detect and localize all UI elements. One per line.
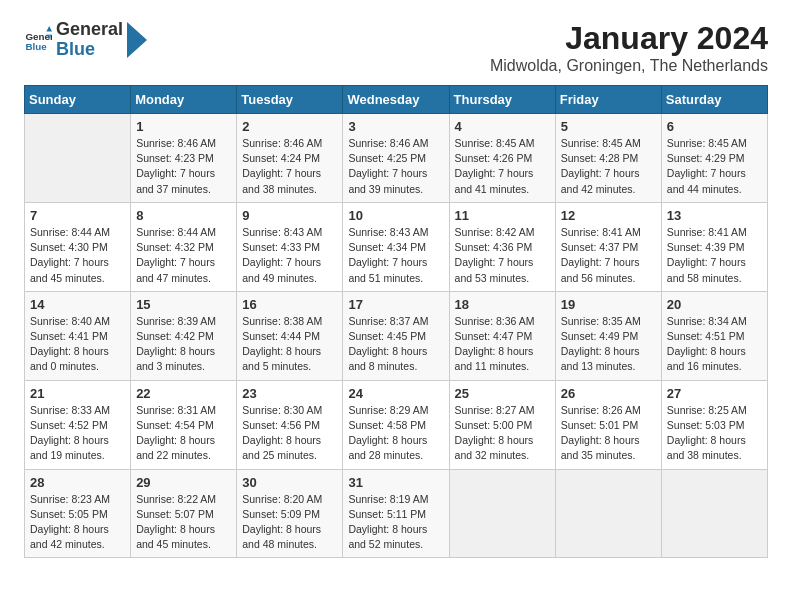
calendar-day-cell: 9Sunrise: 8:43 AM Sunset: 4:33 PM Daylig… xyxy=(237,202,343,291)
day-number: 16 xyxy=(242,297,337,312)
calendar-day-cell: 1Sunrise: 8:46 AM Sunset: 4:23 PM Daylig… xyxy=(131,114,237,203)
day-info: Sunrise: 8:42 AM Sunset: 4:36 PM Dayligh… xyxy=(455,225,550,286)
day-number: 3 xyxy=(348,119,443,134)
day-info: Sunrise: 8:38 AM Sunset: 4:44 PM Dayligh… xyxy=(242,314,337,375)
day-number: 11 xyxy=(455,208,550,223)
day-number: 19 xyxy=(561,297,656,312)
day-number: 28 xyxy=(30,475,125,490)
day-number: 2 xyxy=(242,119,337,134)
day-info: Sunrise: 8:20 AM Sunset: 5:09 PM Dayligh… xyxy=(242,492,337,553)
day-number: 7 xyxy=(30,208,125,223)
day-number: 18 xyxy=(455,297,550,312)
page-subtitle: Midwolda, Groningen, The Netherlands xyxy=(490,57,768,75)
calendar-day-cell: 20Sunrise: 8:34 AM Sunset: 4:51 PM Dayli… xyxy=(661,291,767,380)
day-number: 12 xyxy=(561,208,656,223)
calendar-day-cell: 28Sunrise: 8:23 AM Sunset: 5:05 PM Dayli… xyxy=(25,469,131,558)
calendar-day-cell xyxy=(25,114,131,203)
title-block: January 2024 Midwolda, Groningen, The Ne… xyxy=(490,20,768,75)
calendar-week-row: 28Sunrise: 8:23 AM Sunset: 5:05 PM Dayli… xyxy=(25,469,768,558)
calendar-day-cell xyxy=(555,469,661,558)
day-number: 24 xyxy=(348,386,443,401)
day-number: 23 xyxy=(242,386,337,401)
day-number: 22 xyxy=(136,386,231,401)
svg-text:Blue: Blue xyxy=(25,41,47,52)
day-info: Sunrise: 8:25 AM Sunset: 5:03 PM Dayligh… xyxy=(667,403,762,464)
calendar-day-cell: 17Sunrise: 8:37 AM Sunset: 4:45 PM Dayli… xyxy=(343,291,449,380)
day-number: 13 xyxy=(667,208,762,223)
day-number: 8 xyxy=(136,208,231,223)
day-info: Sunrise: 8:45 AM Sunset: 4:26 PM Dayligh… xyxy=(455,136,550,197)
day-info: Sunrise: 8:27 AM Sunset: 5:00 PM Dayligh… xyxy=(455,403,550,464)
day-number: 10 xyxy=(348,208,443,223)
svg-marker-2 xyxy=(46,26,52,32)
calendar-day-cell: 10Sunrise: 8:43 AM Sunset: 4:34 PM Dayli… xyxy=(343,202,449,291)
day-number: 14 xyxy=(30,297,125,312)
calendar-day-cell: 27Sunrise: 8:25 AM Sunset: 5:03 PM Dayli… xyxy=(661,380,767,469)
day-info: Sunrise: 8:22 AM Sunset: 5:07 PM Dayligh… xyxy=(136,492,231,553)
logo-icon: General Blue xyxy=(24,26,52,54)
calendar-day-cell: 2Sunrise: 8:46 AM Sunset: 4:24 PM Daylig… xyxy=(237,114,343,203)
day-info: Sunrise: 8:43 AM Sunset: 4:33 PM Dayligh… xyxy=(242,225,337,286)
day-number: 9 xyxy=(242,208,337,223)
day-info: Sunrise: 8:41 AM Sunset: 4:37 PM Dayligh… xyxy=(561,225,656,286)
calendar-week-row: 21Sunrise: 8:33 AM Sunset: 4:52 PM Dayli… xyxy=(25,380,768,469)
column-header-monday: Monday xyxy=(131,86,237,114)
column-header-saturday: Saturday xyxy=(661,86,767,114)
calendar-day-cell: 6Sunrise: 8:45 AM Sunset: 4:29 PM Daylig… xyxy=(661,114,767,203)
calendar-day-cell: 16Sunrise: 8:38 AM Sunset: 4:44 PM Dayli… xyxy=(237,291,343,380)
logo-general-text: General xyxy=(56,20,123,40)
calendar-day-cell: 5Sunrise: 8:45 AM Sunset: 4:28 PM Daylig… xyxy=(555,114,661,203)
logo-triangle-icon xyxy=(127,22,147,58)
day-info: Sunrise: 8:45 AM Sunset: 4:28 PM Dayligh… xyxy=(561,136,656,197)
column-header-wednesday: Wednesday xyxy=(343,86,449,114)
day-info: Sunrise: 8:19 AM Sunset: 5:11 PM Dayligh… xyxy=(348,492,443,553)
calendar-day-cell: 15Sunrise: 8:39 AM Sunset: 4:42 PM Dayli… xyxy=(131,291,237,380)
day-number: 30 xyxy=(242,475,337,490)
calendar-day-cell: 7Sunrise: 8:44 AM Sunset: 4:30 PM Daylig… xyxy=(25,202,131,291)
calendar-day-cell: 23Sunrise: 8:30 AM Sunset: 4:56 PM Dayli… xyxy=(237,380,343,469)
day-number: 5 xyxy=(561,119,656,134)
day-number: 17 xyxy=(348,297,443,312)
calendar-week-row: 7Sunrise: 8:44 AM Sunset: 4:30 PM Daylig… xyxy=(25,202,768,291)
day-number: 29 xyxy=(136,475,231,490)
day-number: 31 xyxy=(348,475,443,490)
calendar-week-row: 1Sunrise: 8:46 AM Sunset: 4:23 PM Daylig… xyxy=(25,114,768,203)
page-header: General Blue General Blue January 2024 M… xyxy=(24,20,768,75)
calendar-day-cell xyxy=(449,469,555,558)
day-info: Sunrise: 8:29 AM Sunset: 4:58 PM Dayligh… xyxy=(348,403,443,464)
calendar-day-cell xyxy=(661,469,767,558)
day-info: Sunrise: 8:45 AM Sunset: 4:29 PM Dayligh… xyxy=(667,136,762,197)
day-info: Sunrise: 8:26 AM Sunset: 5:01 PM Dayligh… xyxy=(561,403,656,464)
calendar-day-cell: 14Sunrise: 8:40 AM Sunset: 4:41 PM Dayli… xyxy=(25,291,131,380)
calendar-day-cell: 24Sunrise: 8:29 AM Sunset: 4:58 PM Dayli… xyxy=(343,380,449,469)
day-info: Sunrise: 8:37 AM Sunset: 4:45 PM Dayligh… xyxy=(348,314,443,375)
day-number: 6 xyxy=(667,119,762,134)
calendar-header-row: SundayMondayTuesdayWednesdayThursdayFrid… xyxy=(25,86,768,114)
day-number: 21 xyxy=(30,386,125,401)
logo-blue-text: Blue xyxy=(56,40,123,60)
day-info: Sunrise: 8:34 AM Sunset: 4:51 PM Dayligh… xyxy=(667,314,762,375)
day-number: 20 xyxy=(667,297,762,312)
day-info: Sunrise: 8:39 AM Sunset: 4:42 PM Dayligh… xyxy=(136,314,231,375)
day-info: Sunrise: 8:46 AM Sunset: 4:24 PM Dayligh… xyxy=(242,136,337,197)
page-title: January 2024 xyxy=(490,20,768,57)
calendar-day-cell: 4Sunrise: 8:45 AM Sunset: 4:26 PM Daylig… xyxy=(449,114,555,203)
calendar-day-cell: 8Sunrise: 8:44 AM Sunset: 4:32 PM Daylig… xyxy=(131,202,237,291)
day-number: 1 xyxy=(136,119,231,134)
day-number: 15 xyxy=(136,297,231,312)
day-info: Sunrise: 8:35 AM Sunset: 4:49 PM Dayligh… xyxy=(561,314,656,375)
day-number: 4 xyxy=(455,119,550,134)
day-info: Sunrise: 8:44 AM Sunset: 4:30 PM Dayligh… xyxy=(30,225,125,286)
calendar-day-cell: 11Sunrise: 8:42 AM Sunset: 4:36 PM Dayli… xyxy=(449,202,555,291)
day-info: Sunrise: 8:46 AM Sunset: 4:23 PM Dayligh… xyxy=(136,136,231,197)
column-header-tuesday: Tuesday xyxy=(237,86,343,114)
column-header-thursday: Thursday xyxy=(449,86,555,114)
calendar-day-cell: 18Sunrise: 8:36 AM Sunset: 4:47 PM Dayli… xyxy=(449,291,555,380)
column-header-sunday: Sunday xyxy=(25,86,131,114)
day-info: Sunrise: 8:36 AM Sunset: 4:47 PM Dayligh… xyxy=(455,314,550,375)
day-number: 25 xyxy=(455,386,550,401)
calendar-day-cell: 25Sunrise: 8:27 AM Sunset: 5:00 PM Dayli… xyxy=(449,380,555,469)
day-info: Sunrise: 8:30 AM Sunset: 4:56 PM Dayligh… xyxy=(242,403,337,464)
calendar-day-cell: 19Sunrise: 8:35 AM Sunset: 4:49 PM Dayli… xyxy=(555,291,661,380)
logo: General Blue General Blue xyxy=(24,20,147,60)
